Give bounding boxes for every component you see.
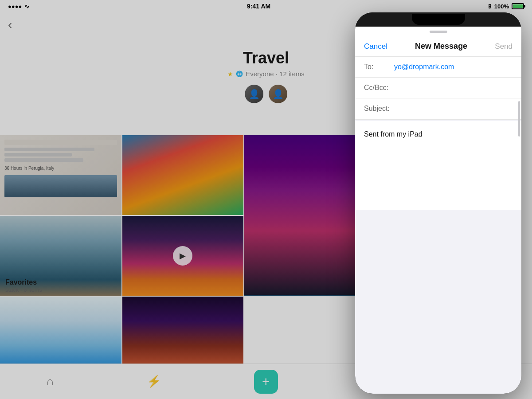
mail-compose: Cancel New Message Send To: yo@dropmark.… [355, 27, 521, 394]
mail-compose-header: Cancel New Message Send [355, 36, 521, 57]
to-value[interactable]: yo@dropmark.com [394, 63, 512, 71]
send-button[interactable]: Send [495, 42, 512, 51]
subject-field[interactable]: Subject: [355, 98, 521, 119]
subject-label: Subject: [364, 105, 391, 113]
mail-body-text: Sent from my iPad [364, 129, 512, 140]
compose-divider [355, 119, 521, 120]
compose-modal: Cancel New Message Send To: yo@dropmark.… [355, 12, 521, 394]
handle-bar [430, 31, 447, 33]
phone-notch [412, 14, 465, 25]
cc-bcc-field[interactable]: Cc/Bcc: [355, 78, 521, 98]
scroll-indicator [518, 101, 520, 137]
compose-title: New Message [415, 42, 467, 51]
phone-status-bar [355, 12, 521, 27]
to-field[interactable]: To: yo@dropmark.com [355, 57, 521, 78]
cc-bcc-label: Cc/Bcc: [364, 84, 391, 92]
mail-body[interactable]: Sent from my iPad [355, 121, 521, 210]
to-label: To: [364, 63, 391, 71]
cancel-button[interactable]: Cancel [364, 42, 387, 51]
mail-handle [355, 27, 521, 36]
